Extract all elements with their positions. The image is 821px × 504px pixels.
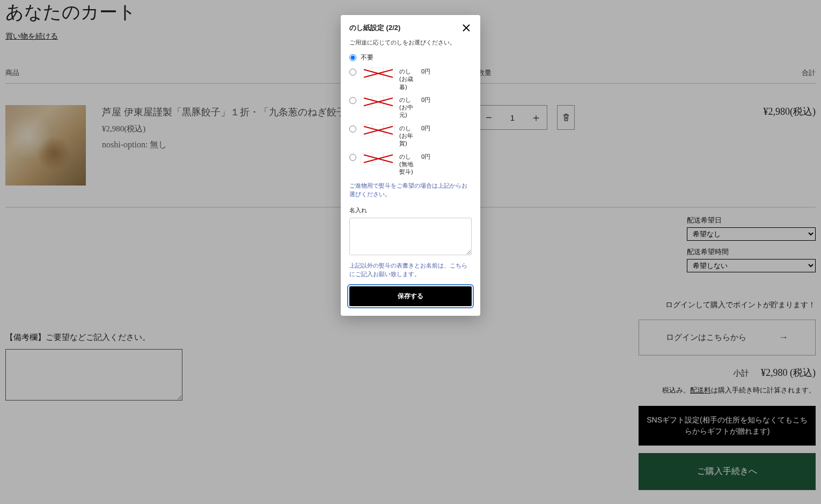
noshi-preview-icon [361,124,395,136]
noshi-preview-icon [361,153,395,165]
name-input[interactable] [349,218,472,255]
noshi-option-price: 0円 [421,96,430,119]
modal-close-button[interactable] [461,23,472,33]
noshi-option-label: 不要 [361,53,373,62]
noshi-option-price: 0円 [421,68,430,91]
noshi-radio-oseibo[interactable] [349,69,356,76]
noshi-option-muji[interactable]: のし(無地熨斗)0円 [349,153,472,176]
noshi-option-onenga[interactable]: のし(お年賀)0円 [349,124,472,147]
noshi-option-ochugen[interactable]: のし(お中元)0円 [349,96,472,119]
noshi-option-label: のし(無地熨斗) [399,153,418,176]
modal-title: のし紙設定 (2/2) [349,23,400,33]
noshi-preview-icon [361,68,395,79]
noshi-radio-muji[interactable] [349,154,356,161]
noshi-option-label: のし(お歳暮) [399,68,418,91]
noshi-option-label: のし(お年賀) [399,124,418,147]
noshi-radio-ochugen[interactable] [349,97,356,104]
modal-help-2: 上記以外の熨斗の表書きとお名前は、こちらにご記入お願い致します。 [349,261,472,279]
noshi-option-label: のし(お中元) [399,96,418,119]
close-icon [463,24,470,32]
modal-help-1: ご進物用で熨斗をご希望の場合は上記からお選びください。 [349,181,472,199]
noshi-radio-none[interactable] [349,54,356,61]
noshi-option-price: 0円 [421,153,430,176]
modal-overlay[interactable]: のし紙設定 (2/2) ご用途に応じてのしをお選びください。 不要 のし(お歳暮… [0,0,821,504]
noshi-option-oseibo[interactable]: のし(お歳暮)0円 [349,68,472,91]
noshi-option-price: 0円 [421,124,430,147]
name-input-label: 名入れ [349,206,472,214]
noshi-modal: のし紙設定 (2/2) ご用途に応じてのしをお選びください。 不要 のし(お歳暮… [341,15,480,316]
save-button[interactable]: 保存する [349,286,472,306]
noshi-option-none[interactable]: 不要 [349,53,472,62]
noshi-radio-onenga[interactable] [349,125,356,132]
modal-subtitle: ご用途に応じてのしをお選びください。 [349,39,472,47]
noshi-preview-icon [361,96,395,108]
